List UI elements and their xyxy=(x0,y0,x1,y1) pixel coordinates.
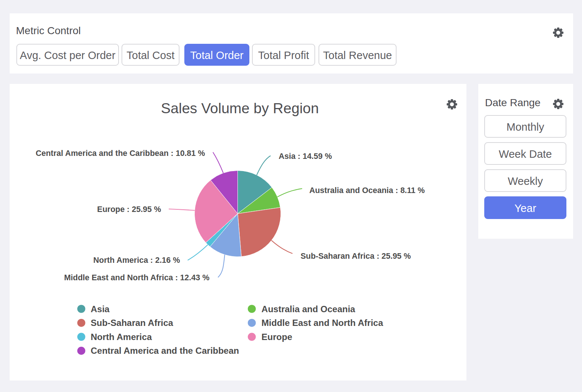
svg-text:Middle East and North Africa :: Middle East and North Africa : 12.43 % xyxy=(64,273,209,282)
svg-text:Australia and Oceania : 8.11 %: Australia and Oceania : 8.11 % xyxy=(309,186,425,195)
svg-text:Europe: Europe xyxy=(262,332,292,342)
svg-text:Sub-Saharan Africa : 25.95 %: Sub-Saharan Africa : 25.95 % xyxy=(301,252,411,261)
svg-text:Central America and the Caribb: Central America and the Caribbean xyxy=(91,346,239,356)
svg-text:North America: North America xyxy=(91,332,152,342)
svg-text:Europe : 25.95 %: Europe : 25.95 % xyxy=(97,205,161,214)
svg-text:Asia : 14.59 %: Asia : 14.59 % xyxy=(279,152,332,161)
svg-text:Middle East and North Africa: Middle East and North Africa xyxy=(262,318,384,328)
svg-text:North America : 2.16 %: North America : 2.16 % xyxy=(93,256,180,265)
svg-text:Sub-Saharan Africa: Sub-Saharan Africa xyxy=(91,318,173,328)
svg-text:Asia: Asia xyxy=(91,304,110,314)
svg-text:Central America and the Caribb: Central America and the Caribbean : 10.8… xyxy=(36,149,205,158)
svg-text:Australia and Oceania: Australia and Oceania xyxy=(262,304,356,314)
